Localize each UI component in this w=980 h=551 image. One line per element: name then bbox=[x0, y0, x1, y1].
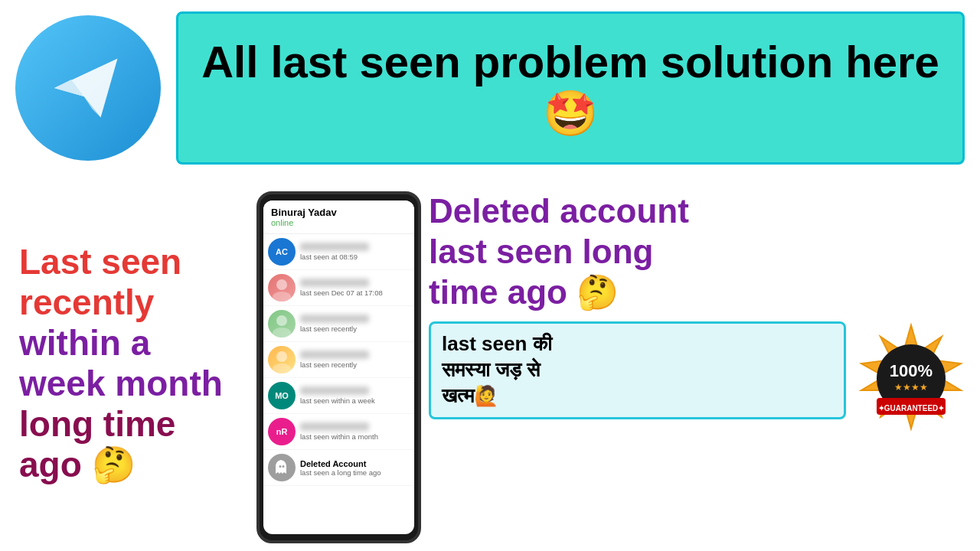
svg-text:100%: 100% bbox=[890, 361, 933, 380]
avatar-deleted bbox=[268, 454, 296, 481]
phone-screen: Binuraj Yadav online AC last seen at 08:… bbox=[263, 201, 414, 534]
chat-status: last seen Dec 07 at 17:08 bbox=[300, 289, 410, 297]
telegram-logo bbox=[15, 15, 161, 161]
left-line3: within a bbox=[19, 323, 150, 363]
svg-text:✦GUARANTEED✦: ✦GUARANTEED✦ bbox=[878, 404, 946, 412]
chat-item: last seen recently bbox=[263, 306, 414, 342]
chat-header: Binuraj Yadav online bbox=[263, 201, 414, 234]
deleted-account-heading: Deleted account last seen long time ago … bbox=[429, 184, 969, 312]
avatar-photo2 bbox=[268, 310, 296, 337]
chat-name-blurred bbox=[300, 386, 369, 395]
telegram-icon bbox=[46, 46, 130, 130]
left-text-panel: Last seen recently within a week month l… bbox=[11, 184, 249, 543]
banner-box: All last seen problem solution here 🤩 bbox=[176, 11, 965, 165]
left-line6: ago 🤔 bbox=[19, 445, 136, 484]
info-line2: समस्या जड़ से bbox=[442, 358, 540, 381]
chat-header-name: Binuraj Yadav bbox=[271, 207, 407, 218]
svg-point-4 bbox=[273, 292, 291, 302]
bottom-section: Last seen recently within a week month l… bbox=[0, 176, 980, 551]
chat-name-blurred bbox=[300, 315, 369, 323]
svg-text:★★★★: ★★★★ bbox=[894, 382, 928, 393]
top-section: All last seen problem solution here 🤩 bbox=[0, 0, 980, 176]
avatar-ac: AC bbox=[268, 238, 296, 266]
deleted-account-status: last seen a long time ago bbox=[300, 468, 410, 477]
phone-mockup: Binuraj Yadav online AC last seen at 08:… bbox=[256, 191, 421, 543]
bottom-right-row: last seen की समस्या जड़ से खत्म🙋 100% bbox=[429, 321, 969, 436]
guarantee-star-burst: 100% ★★★★ ✦GUARANTEED✦ bbox=[854, 321, 969, 436]
info-line1: last seen की bbox=[442, 332, 552, 355]
chat-item: MO last seen within a week bbox=[263, 378, 414, 414]
chat-name-blurred bbox=[300, 350, 369, 359]
chat-item: last seen Dec 07 at 17:08 bbox=[263, 270, 414, 306]
telegram-circle bbox=[15, 15, 161, 161]
chat-info: last seen at 08:59 bbox=[300, 243, 410, 261]
avatar-nr: nR bbox=[268, 418, 296, 445]
chat-item-deleted: Deleted Account last seen a long time ag… bbox=[263, 450, 414, 486]
chat-status: last seen within a week bbox=[300, 396, 410, 405]
info-line3: खत्म🙋 bbox=[442, 384, 498, 407]
left-line2: recently bbox=[19, 282, 154, 322]
avatar-mo: MO bbox=[268, 382, 296, 409]
chat-status: last seen recently bbox=[300, 360, 410, 369]
deleted-account-name: Deleted Account bbox=[300, 459, 410, 468]
info-box: last seen की समस्या जड़ से खत्म🙋 bbox=[429, 321, 846, 419]
chat-name-blurred bbox=[300, 243, 369, 251]
chat-item: AC last seen at 08:59 bbox=[263, 234, 414, 270]
chat-status: last seen at 08:59 bbox=[300, 253, 410, 261]
chat-status: last seen recently bbox=[300, 324, 410, 333]
avatar-photo4 bbox=[268, 346, 296, 373]
left-heading: Last seen recently within a week month l… bbox=[19, 242, 249, 484]
left-line4: week month bbox=[19, 364, 223, 403]
chat-info: last seen within a week bbox=[300, 386, 410, 405]
svg-point-8 bbox=[273, 364, 291, 373]
deleted-line2: last seen long bbox=[429, 233, 653, 270]
right-panel: Deleted account last seen long time ago … bbox=[429, 184, 969, 543]
chat-info: last seen within a month bbox=[300, 422, 410, 441]
left-line1: Last seen bbox=[19, 242, 181, 282]
avatar-photo1 bbox=[268, 274, 296, 302]
deleted-line3: time ago 🤔 bbox=[429, 273, 619, 311]
chat-info: last seen Dec 07 at 17:08 bbox=[300, 279, 410, 297]
chat-item: nR last seen within a month bbox=[263, 414, 414, 450]
chat-item: last seen recently bbox=[263, 342, 414, 378]
left-line5: long time bbox=[19, 404, 175, 444]
deleted-line1: Deleted account bbox=[429, 192, 689, 230]
chat-header-status: online bbox=[271, 218, 407, 227]
chat-name-blurred bbox=[300, 279, 369, 287]
info-box-text: last seen की समस्या जड़ से खत्म🙋 bbox=[442, 331, 833, 409]
chat-info: last seen recently bbox=[300, 315, 410, 333]
svg-point-5 bbox=[276, 315, 287, 326]
chat-status: last seen within a month bbox=[300, 432, 410, 441]
chat-list: AC last seen at 08:59 last seen Dec 07 a… bbox=[263, 234, 414, 486]
chat-name-blurred bbox=[300, 422, 369, 431]
svg-point-6 bbox=[273, 328, 291, 337]
svg-point-7 bbox=[276, 351, 287, 362]
chat-info: last seen recently bbox=[300, 350, 410, 369]
chat-info-deleted: Deleted Account last seen a long time ag… bbox=[300, 459, 410, 477]
svg-point-3 bbox=[276, 279, 287, 290]
banner-title: All last seen problem solution here 🤩 bbox=[194, 37, 947, 139]
guarantee-badge: 100% ★★★★ ✦GUARANTEED✦ bbox=[854, 321, 969, 436]
